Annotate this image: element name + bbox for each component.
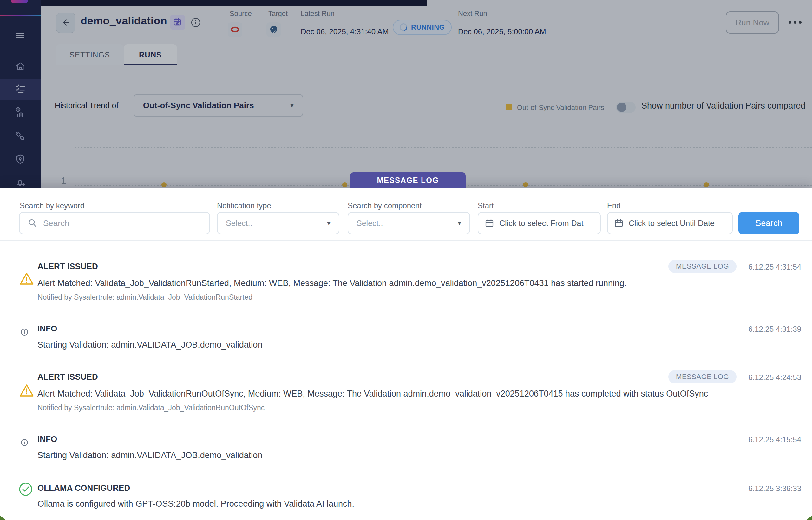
notification-type-label: Notification type — [217, 201, 271, 210]
message-log-panel: MESSAGE LOG Search by keyword Notificati… — [0, 188, 812, 520]
entry-title: INFO — [37, 324, 57, 334]
search-icon — [27, 218, 37, 228]
calendar-icon — [485, 218, 494, 228]
keyword-searchbox[interactable] — [19, 212, 210, 234]
entry-message: Ollama is configured with GPT-OSS:20b mo… — [37, 499, 354, 509]
entry-badge: MESSAGE LOG — [668, 260, 736, 273]
entry-timestamp: 6.12.25 3:36:33 — [748, 484, 801, 493]
success-check-icon — [19, 482, 33, 496]
start-label: Start — [478, 201, 494, 210]
modal-backdrop[interactable] — [0, 0, 812, 188]
app-root: demo_validation Source Target Latest Run… — [0, 0, 812, 520]
search-input[interactable] — [43, 218, 202, 228]
warning-icon — [19, 383, 34, 398]
entry-notified-by: Notified by Sysalertrule: admin.Validata… — [37, 404, 264, 412]
cutoff-graphic-right — [806, 516, 812, 520]
notification-type-select[interactable]: Select.. ▾ — [217, 212, 339, 234]
component-label: Search by component — [347, 201, 422, 210]
end-date-picker[interactable]: Click to select Until Date — [607, 212, 733, 234]
entry-badge: MESSAGE LOG — [668, 370, 736, 384]
warning-icon — [19, 271, 34, 286]
info-circle-icon — [20, 328, 29, 336]
entry-notified-by: Notified by Sysalertrule: admin.Validata… — [37, 293, 252, 302]
cutoff-graphic-left — [0, 516, 6, 520]
entry-title: OLLAMA CONFIGURED — [37, 483, 130, 493]
entry-message: Alert Matched: Validata_Job_ValidationRu… — [37, 279, 627, 288]
chevron-down-icon: ▾ — [458, 219, 461, 227]
start-date-placeholder: Click to select From Dat — [499, 219, 583, 228]
notification-type-value: Select.. — [226, 219, 252, 228]
component-select[interactable]: Select.. ▾ — [347, 212, 470, 234]
entry-message: Starting Validation: admin.VALIDATA_JOB.… — [37, 450, 262, 460]
search-button[interactable]: Search — [738, 212, 799, 234]
chevron-down-icon: ▾ — [327, 219, 331, 227]
entry-title: ALERT ISSUED — [37, 372, 98, 382]
entry-message: Alert Matched: Validata_Job_ValidationRu… — [37, 389, 708, 399]
keyword-label: Search by keyword — [20, 201, 84, 210]
component-value: Select.. — [357, 219, 383, 228]
end-date-placeholder: Click to select Until Date — [629, 219, 715, 228]
end-label: End — [607, 201, 621, 210]
info-circle-icon — [20, 438, 29, 447]
entry-timestamp: 6.12.25 4:15:54 — [748, 435, 801, 444]
entry-timestamp: 6.12.25 4:31:39 — [748, 325, 801, 334]
entry-timestamp: 6.12.25 4:31:54 — [748, 263, 801, 271]
entry-message: Starting Validation: admin.VALIDATA_JOB.… — [37, 340, 262, 350]
entry-title: ALERT ISSUED — [37, 262, 98, 271]
entry-timestamp: 6.12.25 4:24:53 — [748, 373, 801, 382]
entry-title: INFO — [37, 434, 57, 444]
start-date-picker[interactable]: Click to select From Dat — [478, 212, 601, 234]
filters-divider — [0, 240, 812, 241]
message-log-tab[interactable]: MESSAGE LOG — [350, 173, 466, 188]
calendar-icon — [614, 218, 624, 228]
